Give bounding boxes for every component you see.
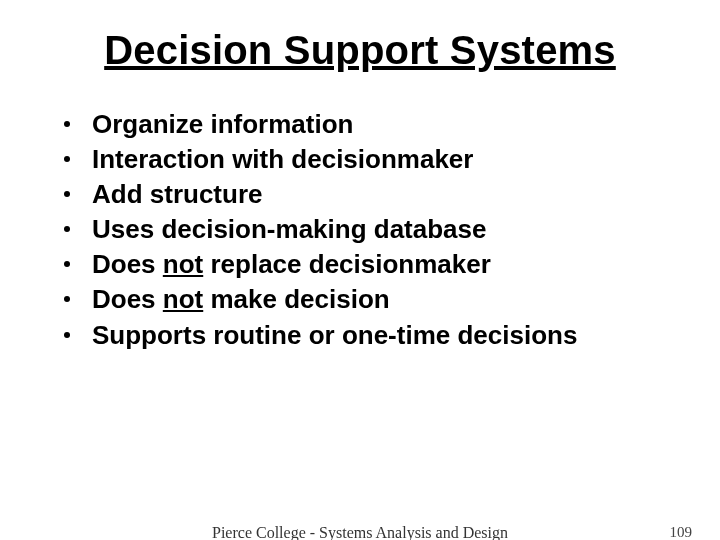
slide-title: Decision Support Systems: [48, 28, 672, 73]
list-item-text: Interaction with decisionmaker: [92, 142, 473, 177]
footer-text: Pierce College - Systems Analysis and De…: [0, 524, 720, 540]
list-item: Does not make decision: [64, 282, 672, 317]
list-item-text: Does not make decision: [92, 282, 390, 317]
bullet-icon: [64, 191, 70, 197]
text-post: make decision: [203, 284, 389, 314]
text-pre: Does: [92, 284, 163, 314]
text-pre: Add structure: [92, 179, 262, 209]
text-pre: Uses decision-making database: [92, 214, 486, 244]
list-item-text: Uses decision-making database: [92, 212, 486, 247]
text-post: replace decisionmaker: [203, 249, 491, 279]
bullet-icon: [64, 226, 70, 232]
list-item: Organize information: [64, 107, 672, 142]
text-pre: Supports routine or one-time decisions: [92, 320, 577, 350]
text-pre: Organize information: [92, 109, 353, 139]
list-item-text: Organize information: [92, 107, 353, 142]
list-item: Does not replace decisionmaker: [64, 247, 672, 282]
list-item: Supports routine or one-time decisions: [64, 318, 672, 353]
list-item-text: Add structure: [92, 177, 262, 212]
list-item: Add structure: [64, 177, 672, 212]
bullet-icon: [64, 332, 70, 338]
text-pre: Interaction with decisionmaker: [92, 144, 473, 174]
list-item-text: Supports routine or one-time decisions: [92, 318, 577, 353]
bullet-list: Organize information Interaction with de…: [48, 107, 672, 353]
bullet-icon: [64, 296, 70, 302]
bullet-icon: [64, 261, 70, 267]
bullet-icon: [64, 121, 70, 127]
text-pre: Does: [92, 249, 163, 279]
page-number: 109: [670, 524, 693, 540]
list-item: Uses decision-making database: [64, 212, 672, 247]
list-item: Interaction with decisionmaker: [64, 142, 672, 177]
list-item-text: Does not replace decisionmaker: [92, 247, 491, 282]
text-underline: not: [163, 284, 203, 314]
bullet-icon: [64, 156, 70, 162]
slide: Decision Support Systems Organize inform…: [0, 0, 720, 540]
text-underline: not: [163, 249, 203, 279]
